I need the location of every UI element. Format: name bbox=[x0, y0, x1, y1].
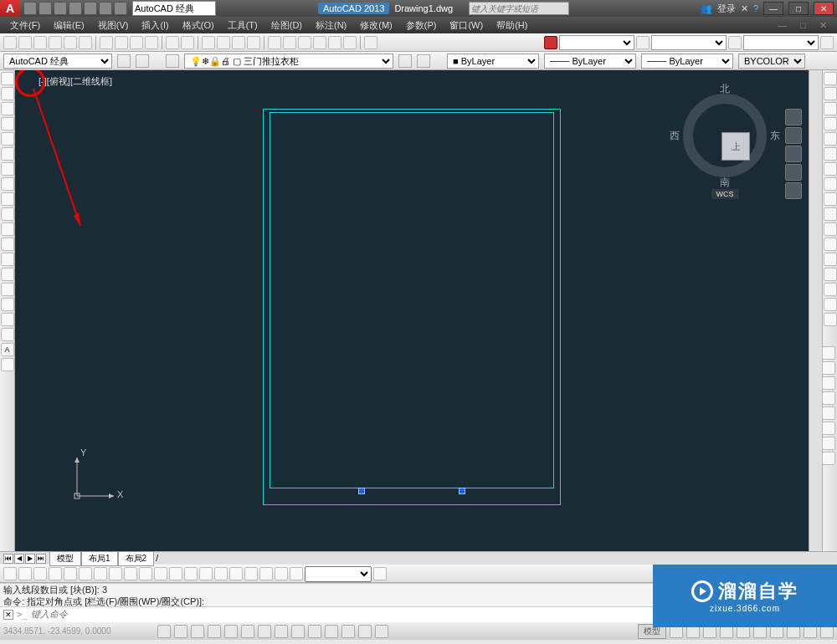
mdi-min-icon[interactable]: — bbox=[773, 18, 792, 32]
array-icon[interactable] bbox=[824, 132, 837, 146]
region-icon[interactable] bbox=[1, 313, 14, 326]
extend-icon[interactable] bbox=[824, 222, 837, 236]
gear-icon[interactable] bbox=[117, 54, 131, 68]
dimjog-icon[interactable] bbox=[79, 567, 92, 580]
viewcube-east[interactable]: 东 bbox=[770, 129, 780, 143]
cut-icon[interactable] bbox=[100, 36, 113, 49]
help2-icon[interactable] bbox=[364, 36, 377, 49]
revcloud-icon[interactable] bbox=[1, 177, 14, 191]
tab-next-icon[interactable]: ▶ bbox=[25, 554, 35, 564]
view-cube[interactable]: 北 上 西 东 南 WCS bbox=[675, 85, 775, 186]
dimstyle-select[interactable] bbox=[305, 566, 372, 582]
tab-layout1[interactable]: 布局1 bbox=[81, 551, 118, 566]
maximize-button[interactable]: □ bbox=[788, 2, 809, 15]
block-icon[interactable] bbox=[1, 253, 14, 266]
polyline-icon[interactable] bbox=[1, 102, 14, 115]
color-swatch-icon[interactable] bbox=[544, 36, 557, 49]
erase-icon[interactable] bbox=[824, 72, 837, 85]
help-search-input[interactable] bbox=[469, 2, 569, 15]
blend-icon[interactable] bbox=[824, 298, 837, 311]
mdi-close-icon[interactable]: ✕ bbox=[814, 18, 832, 33]
zoom-window-icon[interactable] bbox=[232, 36, 245, 49]
zoom-icon[interactable] bbox=[217, 36, 230, 49]
lwt-icon[interactable] bbox=[308, 625, 321, 638]
move-icon[interactable] bbox=[824, 147, 837, 161]
markup-icon[interactable] bbox=[328, 36, 341, 49]
drawing-canvas[interactable]: [-][俯视][二维线框] X Y 北 上 西 东 bbox=[15, 70, 809, 551]
undo-icon[interactable] bbox=[99, 2, 112, 15]
menu-draw[interactable]: 绘图(D) bbox=[266, 18, 307, 33]
style-select[interactable]: AutoCAD 经典 bbox=[3, 54, 112, 69]
publish-icon[interactable] bbox=[79, 36, 92, 49]
arc-icon[interactable] bbox=[1, 147, 14, 161]
linetype-select[interactable]: ─── ByLayer bbox=[544, 54, 636, 69]
qp-icon[interactable] bbox=[341, 625, 355, 638]
menu-insert[interactable]: 插入(I) bbox=[136, 18, 173, 33]
showmotion-icon[interactable] bbox=[785, 182, 802, 199]
inspect-icon[interactable] bbox=[229, 567, 243, 580]
3dosnap-icon[interactable] bbox=[241, 625, 254, 638]
lineweight-icon[interactable] bbox=[728, 36, 742, 49]
line-icon[interactable] bbox=[1, 72, 14, 85]
rectangle-icon[interactable] bbox=[1, 132, 14, 146]
grid-icon[interactable] bbox=[174, 625, 187, 638]
break-icon[interactable] bbox=[824, 238, 837, 251]
color-select[interactable]: ■ ByLayer bbox=[447, 54, 539, 69]
brush-icon[interactable] bbox=[636, 36, 650, 49]
center-icon[interactable] bbox=[214, 567, 228, 580]
open-icon[interactable] bbox=[39, 2, 52, 15]
rotate-icon[interactable] bbox=[824, 162, 837, 176]
dimaligned-icon[interactable] bbox=[18, 567, 32, 580]
polar-icon[interactable] bbox=[208, 625, 221, 638]
list-icon[interactable] bbox=[822, 391, 835, 405]
stretch-icon[interactable] bbox=[824, 192, 837, 206]
viewcube-top-face[interactable]: 上 bbox=[721, 132, 750, 161]
menu-format[interactable]: 格式(O) bbox=[177, 18, 219, 33]
osnap-icon[interactable] bbox=[224, 625, 238, 638]
ortho-icon[interactable] bbox=[191, 625, 204, 638]
dimarc-icon[interactable] bbox=[33, 567, 47, 580]
tab-first-icon[interactable]: ⏮ bbox=[3, 554, 13, 564]
plot-icon[interactable] bbox=[84, 2, 97, 15]
menu-window[interactable]: 窗口(W) bbox=[444, 18, 488, 33]
menu-parametric[interactable]: 参数(P) bbox=[401, 18, 442, 33]
new-file-icon[interactable] bbox=[3, 36, 17, 49]
fillet-icon[interactable] bbox=[824, 283, 837, 296]
scale-icon[interactable] bbox=[824, 177, 837, 191]
explore-icon[interactable] bbox=[136, 54, 149, 68]
tab-prev-icon[interactable]: ◀ bbox=[14, 554, 24, 564]
zoom2-icon[interactable] bbox=[785, 146, 802, 162]
mdi-restore-icon[interactable]: □ bbox=[795, 18, 811, 32]
circle-icon[interactable] bbox=[1, 162, 14, 176]
dyn-icon[interactable] bbox=[291, 625, 305, 638]
new-icon[interactable] bbox=[23, 2, 37, 15]
time-icon[interactable] bbox=[822, 422, 835, 435]
exchange-icon[interactable]: ✕ bbox=[741, 3, 748, 14]
trim-icon[interactable] bbox=[824, 207, 837, 221]
dist-icon[interactable] bbox=[822, 346, 835, 360]
save-icon[interactable] bbox=[54, 2, 67, 15]
wcs-badge[interactable]: WCS bbox=[711, 189, 739, 199]
dimtedit-icon[interactable] bbox=[275, 567, 288, 580]
copy-icon[interactable] bbox=[115, 36, 128, 49]
xline-icon[interactable] bbox=[1, 87, 14, 100]
sheet-icon[interactable] bbox=[313, 36, 326, 49]
grip-1[interactable] bbox=[358, 488, 365, 494]
jogline-icon[interactable] bbox=[244, 567, 258, 580]
polygon-icon[interactable] bbox=[1, 117, 14, 130]
dimupdate-icon[interactable] bbox=[290, 567, 303, 580]
lineweight-combo2[interactable] bbox=[743, 35, 819, 50]
plot-style-icon[interactable] bbox=[820, 36, 834, 49]
grip-2[interactable] bbox=[459, 488, 465, 494]
dimord-icon[interactable] bbox=[49, 567, 62, 580]
dimspace-icon[interactable] bbox=[169, 567, 182, 580]
status-icon[interactable] bbox=[822, 437, 835, 450]
preview-icon[interactable] bbox=[64, 36, 77, 49]
id-icon[interactable] bbox=[822, 406, 835, 420]
redo-icon[interactable] bbox=[114, 2, 127, 15]
menu-help[interactable]: 帮助(H) bbox=[491, 18, 532, 33]
sc-icon[interactable] bbox=[358, 625, 372, 638]
designcenter-icon[interactable] bbox=[283, 36, 296, 49]
offset-icon[interactable] bbox=[824, 117, 837, 130]
addsel-icon[interactable] bbox=[1, 358, 14, 371]
